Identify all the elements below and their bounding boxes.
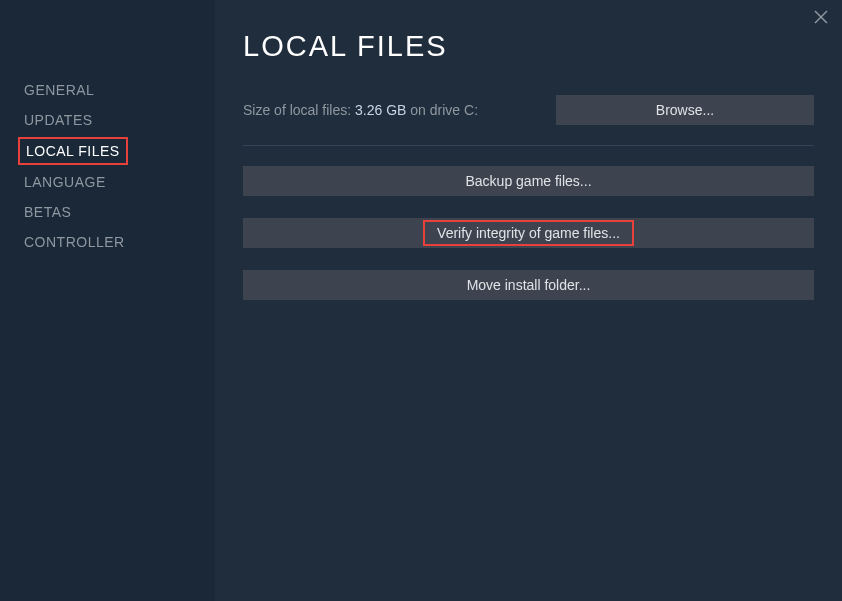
move-install-button[interactable]: Move install folder... [243, 270, 814, 300]
sidebar-item-controller[interactable]: CONTROLLER [24, 227, 125, 257]
sidebar-item-local-files[interactable]: LOCAL FILES [18, 137, 128, 165]
verify-integrity-button[interactable]: Verify integrity of game files... [243, 218, 814, 248]
properties-dialog: GENERAL UPDATES LOCAL FILES LANGUAGE BET… [0, 0, 842, 601]
close-icon[interactable] [814, 10, 828, 24]
drive-label: on drive C: [406, 102, 478, 118]
size-info-text: Size of local files: 3.26 GB on drive C: [243, 102, 478, 118]
sidebar: GENERAL UPDATES LOCAL FILES LANGUAGE BET… [0, 0, 215, 601]
size-label: Size of local files: [243, 102, 355, 118]
sidebar-item-general[interactable]: GENERAL [24, 75, 94, 105]
divider [243, 145, 814, 146]
backup-button[interactable]: Backup game files... [243, 166, 814, 196]
browse-button[interactable]: Browse... [556, 95, 814, 125]
main-panel: LOCAL FILES Size of local files: 3.26 GB… [215, 0, 842, 601]
sidebar-item-updates[interactable]: UPDATES [24, 105, 93, 135]
size-info-row: Size of local files: 3.26 GB on drive C:… [243, 95, 814, 125]
verify-integrity-label: Verify integrity of game files... [423, 220, 634, 246]
sidebar-item-language[interactable]: LANGUAGE [24, 167, 106, 197]
page-title: LOCAL FILES [243, 30, 814, 63]
size-value: 3.26 GB [355, 102, 406, 118]
sidebar-item-betas[interactable]: BETAS [24, 197, 71, 227]
